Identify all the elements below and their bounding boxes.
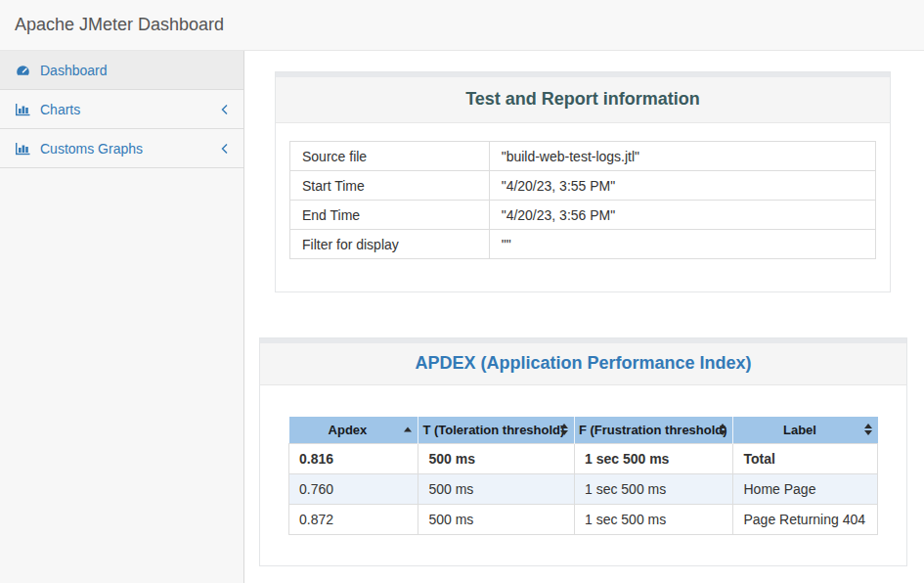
table-row: Start Time "4/20/23, 3:55 PM" [290,171,876,201]
apdex-panel: APDEX (Application Performance Index) Ap… [259,337,907,566]
apdex-body: Apdex T (Toleration threshold) F (Frustr… [260,385,906,565]
column-header-label: F (Frustration threshold) [579,423,727,437]
info-label: Start Time [290,171,490,201]
app-header: Apache JMeter Dashboard [0,0,924,51]
label-value: Page Returning 404 [733,504,878,534]
apdex-value: 0.816 [289,443,418,473]
sidebar-item-customs-graphs[interactable]: Customs Graphs [0,129,243,168]
sidebar-item-dashboard[interactable]: Dashboard [0,51,243,90]
sort-both-icon [864,424,872,435]
frustration-value: 1 sec 500 ms [574,473,733,504]
info-label: Filter for display [290,230,490,259]
column-header-frustration[interactable]: F (Frustration threshold) [574,417,733,443]
info-value: "4/20/23, 3:56 PM" [489,201,875,230]
info-value: "4/20/23, 3:55 PM" [489,171,875,201]
table-row: 0.760 500 ms 1 sec 500 ms Home Page [289,473,878,504]
toleration-value: 500 ms [418,504,575,534]
chevron-left-icon[interactable] [220,104,230,115]
frustration-value: 1 sec 500 ms [574,504,733,534]
test-report-info-table: Source file "build-web-test-logs.jtl" St… [289,141,876,259]
table-row: Filter for display "" [290,230,876,259]
column-header-label: Apdex [329,423,368,437]
sidebar-item-label: Dashboard [40,63,108,78]
toleration-value: 500 ms [418,473,575,504]
sidebar: Dashboard Charts Customs [0,51,244,583]
apdex-title: APDEX (Application Performance Index) [260,343,906,385]
table-row: Source file "build-web-test-logs.jtl" [290,142,876,171]
main-content: Test and Report information Source file … [244,51,924,583]
info-label: Source file [290,142,490,171]
sort-both-icon [560,424,568,435]
label-value: Total [733,443,878,473]
chevron-left-icon[interactable] [220,143,230,155]
label-value: Home Page [733,473,878,504]
test-report-info-body: Source file "build-web-test-logs.jtl" St… [276,123,890,292]
table-row: 0.872 500 ms 1 sec 500 ms Page Returning… [289,504,878,534]
column-header-apdex[interactable]: Apdex [289,417,418,443]
sidebar-item-label: Charts [40,102,80,117]
sidebar-item-label: Customs Graphs [40,141,143,157]
column-header-label-col[interactable]: Label [733,417,878,443]
app-title: Apache JMeter Dashboard [15,15,224,35]
info-value: "" [489,230,875,259]
gauge-icon [15,63,31,78]
test-report-info-title: Test and Report information [276,77,890,123]
test-report-info-panel: Test and Report information Source file … [275,71,891,292]
apdex-value: 0.872 [289,504,418,534]
table-row: 0.816 500 ms 1 sec 500 ms Total [289,443,878,473]
column-header-toleration[interactable]: T (Toleration threshold) [418,417,575,443]
apdex-value: 0.760 [289,473,418,504]
toleration-value: 500 ms [418,443,575,473]
sort-both-icon [719,424,726,435]
bar-chart-icon [15,141,31,157]
column-header-label: T (Toleration threshold) [422,423,564,437]
apdex-header-row: Apdex T (Toleration threshold) F (Frustr… [289,417,878,443]
sort-asc-icon [404,427,412,432]
info-value: "build-web-test-logs.jtl" [489,142,875,171]
info-label: End Time [290,201,490,230]
apdex-table: Apdex T (Toleration threshold) F (Frustr… [288,417,878,535]
table-row: End Time "4/20/23, 3:56 PM" [290,201,876,230]
frustration-value: 1 sec 500 ms [574,443,733,473]
column-header-label: Label [783,423,816,437]
bar-chart-icon [15,102,31,117]
sidebar-item-charts[interactable]: Charts [0,90,243,129]
